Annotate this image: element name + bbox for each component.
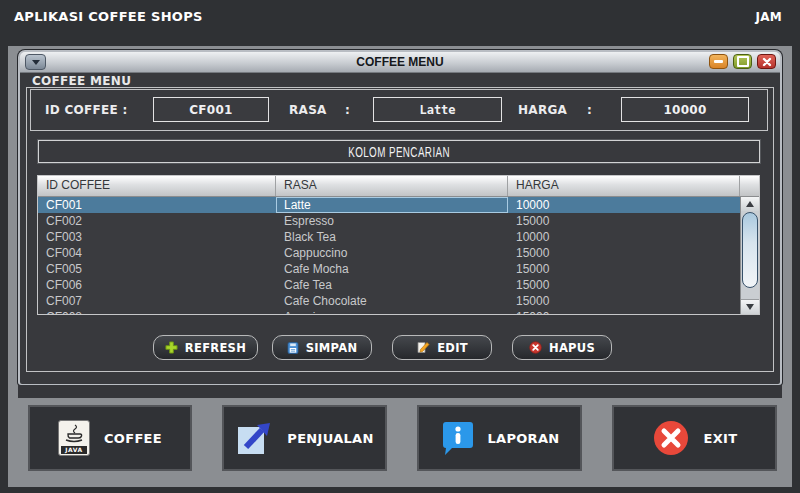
arrow-down-icon xyxy=(746,304,754,310)
header-harga[interactable]: HARGA xyxy=(508,176,740,196)
desktop-gap xyxy=(18,385,782,398)
nav-exit-button[interactable]: EXIT xyxy=(612,405,777,471)
window-titlebar[interactable]: COFFEE MENU xyxy=(20,52,780,73)
clock-label: JAM xyxy=(755,10,782,24)
rasa-colon: : xyxy=(345,103,350,117)
header-id-coffee[interactable]: ID COFFEE xyxy=(38,176,276,196)
plus-icon xyxy=(165,341,178,354)
desktop-panel: COFFEE MENU COFFEE MENU xyxy=(8,46,792,487)
scroll-up-button[interactable] xyxy=(741,197,759,211)
group-title: COFFEE MENU xyxy=(32,74,131,88)
table-cell: CF003 xyxy=(38,229,276,245)
table-scrollbar[interactable] xyxy=(740,197,759,314)
table-cell: 10000 xyxy=(508,197,740,213)
arrow-up-icon xyxy=(746,201,754,207)
table-cell: Cafe Tea xyxy=(276,277,508,293)
header-rasa[interactable]: RASA xyxy=(276,176,508,196)
table-cell: 15000 xyxy=(508,277,740,293)
close-button[interactable] xyxy=(757,54,776,69)
edit-icon xyxy=(416,341,430,354)
table-cell: 15000 xyxy=(508,245,740,261)
coffee-menu-window: COFFEE MENU COFFEE MENU xyxy=(18,50,782,385)
id-coffee-label: ID COFFEE : xyxy=(45,103,128,117)
nav-penjualan-button[interactable]: PENJUALAN xyxy=(222,405,387,471)
scrollbar-thumb[interactable] xyxy=(742,212,758,288)
table-cell: CF008 xyxy=(38,309,276,314)
maximize-button[interactable] xyxy=(733,54,752,69)
table-cell: 15000 xyxy=(508,293,740,309)
maximize-icon xyxy=(737,56,749,67)
java-icon-caption: JAVA xyxy=(61,446,87,454)
exit-icon xyxy=(652,419,690,457)
table-header: ID COFFEE RASA HARGA xyxy=(38,176,759,197)
table-cell-focused: Latte xyxy=(276,197,508,213)
table-cell: 15000 xyxy=(508,213,740,229)
harga-colon: : xyxy=(587,103,592,117)
form-panel: ID COFFEE : CF001 RASA : Latte HARGA : 1… xyxy=(30,89,768,131)
rasa-field[interactable]: Latte xyxy=(373,97,502,122)
simpan-button[interactable]: SIMPAN xyxy=(272,335,372,360)
edit-button[interactable]: EDIT xyxy=(392,335,492,360)
table-cell: Cafe Mocha xyxy=(276,261,508,277)
save-icon xyxy=(287,342,299,354)
table-cell: 15000 xyxy=(508,309,740,314)
coffee-menu-group: ID COFFEE : CF001 RASA : Latte HARGA : 1… xyxy=(26,87,774,372)
minimize-button[interactable] xyxy=(709,54,728,69)
rasa-label: RASA xyxy=(289,103,327,117)
table-cell: Espresso xyxy=(276,213,508,229)
minimize-icon xyxy=(714,60,723,63)
sales-arrow-icon xyxy=(235,419,273,457)
nav-laporan-button[interactable]: LAPORAN xyxy=(417,405,582,471)
close-icon xyxy=(762,57,772,67)
table-cell: CF006 xyxy=(38,277,276,293)
table-row[interactable]: CF002 Espresso 15000 xyxy=(38,213,759,229)
application-window: APLIKASI COFFEE SHOPS JAM COFFEE MENU xyxy=(0,0,800,493)
header-filler xyxy=(740,176,759,196)
table-cell: CF002 xyxy=(38,213,276,229)
delete-icon xyxy=(529,341,542,354)
id-coffee-field[interactable]: CF001 xyxy=(153,97,269,122)
table-row[interactable]: CF003 Black Tea 10000 xyxy=(38,229,759,245)
table-cell: Cafe Chocolate xyxy=(276,293,508,309)
table-cell: Cappuccino xyxy=(276,245,508,261)
table-cell: CF001 xyxy=(38,197,276,213)
action-buttons-row: REFRESH xyxy=(27,335,773,360)
coffee-table: ID COFFEE RASA HARGA CF001 Latte 10000 xyxy=(37,175,760,315)
table-cell: CF004 xyxy=(38,245,276,261)
window-title: COFFEE MENU xyxy=(20,52,780,72)
refresh-button[interactable]: REFRESH xyxy=(153,335,258,360)
table-cell: Americano xyxy=(276,309,508,314)
table-cell: CF007 xyxy=(38,293,276,309)
table-row[interactable]: CF005 Cafe Mocha 15000 xyxy=(38,261,759,277)
java-coffee-icon: JAVA xyxy=(58,420,90,456)
harga-label: HARGA xyxy=(518,103,567,117)
harga-field[interactable]: 10000 xyxy=(621,97,749,122)
table-row[interactable]: CF006 Cafe Tea 15000 xyxy=(38,277,759,293)
table-cell: CF005 xyxy=(38,261,276,277)
table-row[interactable]: CF001 Latte 10000 xyxy=(38,197,759,213)
table-cell: 10000 xyxy=(508,229,740,245)
table-cell: 15000 xyxy=(508,261,740,277)
table-cell: Black Tea xyxy=(276,229,508,245)
window-content: COFFEE MENU ID COFFEE : CF001 RASA : Lat… xyxy=(20,73,780,384)
search-field-text: KOLOM PENCARIAN xyxy=(348,143,450,159)
scroll-down-button[interactable] xyxy=(741,299,759,314)
table-row[interactable]: CF008 Americano 15000 xyxy=(38,309,759,314)
search-field[interactable]: KOLOM PENCARIAN xyxy=(38,140,760,163)
table-row[interactable]: CF007 Cafe Chocolate 15000 xyxy=(38,293,759,309)
app-title: APLIKASI COFFEE SHOPS xyxy=(14,9,203,24)
info-bubble-icon xyxy=(440,420,474,456)
table-row[interactable]: CF004 Cappuccino 15000 xyxy=(38,245,759,261)
nav-coffee-button[interactable]: JAVA COFFEE xyxy=(28,405,192,471)
table-body: CF001 Latte 10000 CF002 Espresso 15000 C… xyxy=(38,197,759,314)
hapus-button[interactable]: HAPUS xyxy=(512,335,612,360)
